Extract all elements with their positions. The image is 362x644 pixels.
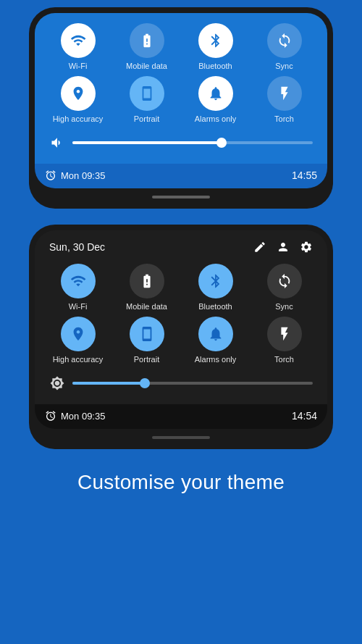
tile-dark-sync-icon xyxy=(267,264,302,298)
qs-grid-dark: Wi-Fi Mobile data Bluetooth xyxy=(46,264,316,364)
qs-date: Sun, 30 Dec xyxy=(49,241,105,253)
volume-track[interactable] xyxy=(72,141,313,144)
tile-wifi-icon xyxy=(61,23,96,58)
tile-high-accuracy-label: High accuracy xyxy=(53,114,104,123)
phone-2-bottom-bar xyxy=(35,429,327,443)
tile-dark-alarms-only-icon xyxy=(198,317,233,351)
phone-2-screen: Sun, 30 Dec xyxy=(35,230,327,429)
tile-dark-mobile-data[interactable]: Mobile data xyxy=(115,264,178,311)
tile-dark-high-accuracy[interactable]: High accuracy xyxy=(46,317,109,364)
phone-2: Sun, 30 Dec xyxy=(29,225,333,449)
tile-alarms-only[interactable]: Alarms only xyxy=(184,76,247,123)
alarm-icon-2 xyxy=(45,410,56,422)
tile-dark-high-accuracy-label: High accuracy xyxy=(53,355,104,364)
brightness-slider-row xyxy=(46,375,316,391)
bottom-heading: Customise your theme xyxy=(77,471,285,494)
qs-header: Sun, 30 Dec xyxy=(46,241,316,254)
tile-dark-alarms-only-label: Alarms only xyxy=(195,355,236,364)
tile-portrait-icon xyxy=(130,76,164,111)
tile-bluetooth-icon xyxy=(198,23,233,58)
tile-dark-portrait-icon xyxy=(130,317,164,351)
bottom-section: Customise your theme xyxy=(63,471,299,494)
phone-1: Wi-Fi Mobile data Bluetooth xyxy=(29,7,333,209)
tile-sync-label: Sync xyxy=(275,62,292,70)
tile-sync[interactable]: Sync xyxy=(253,23,316,70)
tile-dark-torch[interactable]: Torch xyxy=(253,317,316,364)
qs-header-icons xyxy=(253,241,313,254)
tile-torch-label: Torch xyxy=(274,114,294,123)
status-left-2: Mon 09:35 xyxy=(45,410,105,422)
tile-dark-high-accuracy-icon xyxy=(61,317,96,351)
tile-dark-torch-label: Torch xyxy=(274,355,294,364)
tile-high-accuracy-icon xyxy=(61,76,96,111)
status-time-1: 14:55 xyxy=(292,170,317,181)
qs-grid-light: Wi-Fi Mobile data Bluetooth xyxy=(46,23,316,123)
tile-alarms-only-label: Alarms only xyxy=(195,114,236,123)
tile-mobile-data[interactable]: Mobile data xyxy=(115,23,178,70)
tile-wifi-label: Wi-Fi xyxy=(69,62,88,70)
tile-dark-alarms-only[interactable]: Alarms only xyxy=(184,317,247,364)
tile-wifi[interactable]: Wi-Fi xyxy=(46,23,109,70)
tile-portrait[interactable]: Portrait xyxy=(115,76,178,123)
tile-high-accuracy[interactable]: High accuracy xyxy=(46,76,109,123)
tile-sync-icon xyxy=(267,23,302,58)
brightness-track[interactable] xyxy=(72,382,313,385)
phone-1-screen: Wi-Fi Mobile data Bluetooth xyxy=(35,13,327,188)
status-bar-2: Mon 09:35 14:54 xyxy=(35,404,327,429)
tile-dark-torch-icon xyxy=(267,317,302,351)
tile-dark-portrait[interactable]: Portrait xyxy=(115,317,178,364)
tile-dark-mobile-data-icon xyxy=(130,264,164,298)
tile-dark-wifi-icon xyxy=(61,264,96,298)
qs-panel-light: Wi-Fi Mobile data Bluetooth xyxy=(35,13,327,164)
tile-dark-wifi[interactable]: Wi-Fi xyxy=(46,264,109,311)
tile-dark-mobile-data-label: Mobile data xyxy=(126,302,167,311)
pencil-icon[interactable] xyxy=(253,241,266,254)
tile-dark-bluetooth-icon xyxy=(198,264,233,298)
alarm-icon xyxy=(45,170,56,181)
tile-dark-bluetooth[interactable]: Bluetooth xyxy=(184,264,247,311)
status-datetime-1: Mon 09:35 xyxy=(61,170,105,181)
tile-dark-sync[interactable]: Sync xyxy=(253,264,316,311)
gear-icon[interactable] xyxy=(300,241,313,254)
phone-1-bottom-bar xyxy=(35,188,327,203)
tile-alarms-only-icon xyxy=(198,76,233,111)
status-datetime-2: Mon 09:35 xyxy=(61,411,105,422)
brightness-icon xyxy=(49,375,65,391)
tile-dark-sync-label: Sync xyxy=(275,302,292,311)
account-icon[interactable] xyxy=(277,241,290,254)
nav-pill-2 xyxy=(152,436,210,439)
tile-dark-bluetooth-label: Bluetooth xyxy=(198,302,232,311)
nav-pill-1 xyxy=(152,196,210,198)
qs-panel-dark: Sun, 30 Dec xyxy=(35,230,327,404)
tile-bluetooth[interactable]: Bluetooth xyxy=(184,23,247,70)
tile-mobile-data-label: Mobile data xyxy=(126,62,167,70)
status-bar-1: Mon 09:35 14:55 xyxy=(35,164,327,188)
volume-icon xyxy=(49,135,65,151)
tile-torch[interactable]: Torch xyxy=(253,76,316,123)
tile-bluetooth-label: Bluetooth xyxy=(198,62,232,70)
status-left-1: Mon 09:35 xyxy=(45,170,105,181)
tile-torch-icon xyxy=(267,76,302,111)
tile-portrait-label: Portrait xyxy=(134,114,159,123)
tile-mobile-data-icon xyxy=(130,23,164,58)
status-time-2: 14:54 xyxy=(292,410,317,422)
tile-dark-wifi-label: Wi-Fi xyxy=(69,302,88,311)
tile-dark-portrait-label: Portrait xyxy=(134,355,159,364)
volume-slider-row xyxy=(46,135,316,151)
